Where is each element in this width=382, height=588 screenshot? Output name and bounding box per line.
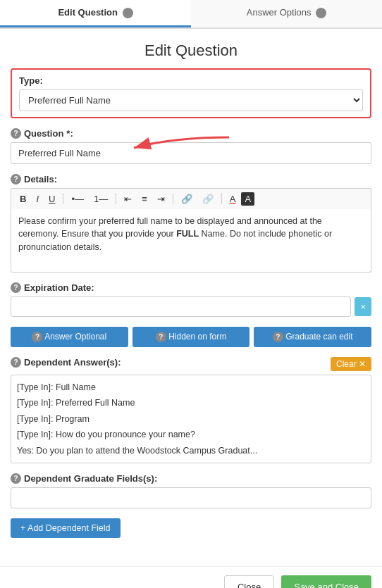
type-select[interactable]: Preferred Full Name Short Answer Long An… [19,89,363,111]
save-and-close-button[interactable]: Save and Close [281,575,371,588]
toolbar-list-bullet[interactable]: •— [67,192,88,206]
details-label: ? Details: [11,174,371,184]
tab-answer-options-label: Answer Options [247,7,312,18]
hidden-on-form-label: Hidden on form [168,332,226,342]
tab-edit-question[interactable]: Edit Question ? [0,0,191,27]
main-container: Edit Question ? Answer Options ? Edit Qu… [0,0,382,588]
hidden-on-form-button[interactable]: ? Hidden on form [133,327,250,347]
toolbar-bold[interactable]: B [16,192,30,206]
dependent-graduate-label-text: Dependent Graduate Fields(s): [24,473,157,484]
dependent-answer-item-2: [Type In]: Preferred Full Name [17,395,365,411]
dependent-answers-section: ? Dependent Answer(s): Clear ✕ [Type In]… [11,357,371,464]
details-text: Please confirm your preferred full name … [18,216,332,253]
expiration-label-text: Expiration Date: [24,282,94,293]
page-title: Edit Question [0,29,382,68]
tab-edit-question-label: Edit Question [58,7,118,18]
dependent-graduate-label: ? Dependent Graduate Fields(s): [11,473,371,484]
expiration-input-wrapper: × [11,296,371,317]
expiration-section: ? Expiration Date: × [11,282,371,317]
add-dependent-field-button[interactable]: + Add Dependent Field [11,518,121,538]
toolbar-align-right[interactable]: ⇥ [153,192,169,206]
content-area: Type: Preferred Full Name Short Answer L… [0,68,382,567]
tab-answer-options[interactable]: Answer Options ? [191,0,382,27]
graduate-can-edit-label: Graduate can edit [285,332,352,342]
dependent-answer-item-4: [Type In]: How do you pronounce your nam… [17,427,365,443]
graduate-can-edit-help-icon: ? [273,332,283,342]
close-button[interactable]: Close [224,575,274,588]
question-label-text: Question [24,128,63,139]
dependent-answers-header: ? Dependent Answer(s): Clear ✕ [11,357,371,371]
toolbar-sep-4 [221,193,222,204]
question-required-star: *: [66,128,73,139]
dependent-answers-label: ? Dependent Answer(s): [11,357,121,368]
expiration-date-input[interactable] [11,296,351,317]
toolbar-link[interactable]: 🔗 [177,192,197,206]
dependent-answer-item-1: [Type In]: Full Name [17,380,365,396]
toolbar-italic[interactable]: I [32,192,43,206]
dependent-answer-item-5: Yes: Do you plan to attend the Woodstock… [17,443,365,459]
type-label: Type: [19,75,363,86]
bottom-bar: Close Save and Close [0,566,382,588]
question-help-icon: ? [11,128,21,139]
dependent-answers-label-text: Dependent Answer(s): [24,357,121,368]
dependent-answer-item-3: [Type In]: Program [17,411,365,427]
toolbar-font-color[interactable]: A [226,192,240,206]
expiration-help-icon: ? [11,282,21,293]
dependent-answers-list: [Type In]: Full Name [Type In]: Preferre… [11,375,371,464]
clear-dependent-answers-button[interactable]: Clear ✕ [331,357,371,371]
tab-answer-options-help-icon: ? [316,8,326,18]
details-help-icon: ? [11,174,21,184]
toolbar-underline[interactable]: U [44,192,59,206]
expiration-label: ? Expiration Date: [11,282,371,293]
toolbar-sep-1 [63,193,63,204]
question-input[interactable] [11,142,371,164]
details-toolbar: B I U •— 1— ⇤ ≡ ⇥ 🔗 🔗 A A [11,188,371,209]
answer-optional-label: Answer Optional [44,332,106,342]
details-content[interactable]: Please confirm your preferred full name … [11,209,371,273]
graduate-can-edit-button[interactable]: ? Graduate can edit [254,327,371,347]
toolbar-align-left[interactable]: ⇤ [120,192,136,206]
details-section: ? Details: B I U •— 1— ⇤ ≡ ⇥ 🔗 🔗 A A [11,174,371,273]
dependent-graduate-box [11,487,371,508]
toolbar-sep-2 [116,193,116,204]
options-row: ? Answer Optional ? Hidden on form ? Gra… [11,327,371,347]
toolbar-sep-3 [173,193,173,204]
toolbar-list-number[interactable]: 1— [90,192,112,206]
type-section: Type: Preferred Full Name Short Answer L… [11,68,371,118]
question-section: ? Question *: [11,128,371,174]
dependent-graduate-section: ? Dependent Graduate Fields(s): [11,473,371,508]
hidden-on-form-help-icon: ? [156,332,166,342]
answer-optional-help-icon: ? [32,332,42,342]
question-field-label: ? Question *: [11,128,371,139]
toolbar-unlink[interactable]: 🔗 [198,192,218,206]
details-label-text: Details: [24,174,57,184]
toolbar-align-center[interactable]: ≡ [137,192,152,206]
expiration-clear-button[interactable]: × [355,297,371,316]
answer-optional-button[interactable]: ? Answer Optional [11,327,128,347]
toolbar-highlight[interactable]: A [241,192,254,206]
tab-edit-question-help-icon: ? [123,8,133,18]
dependent-graduate-help-icon: ? [11,473,21,484]
dependent-answers-help-icon: ? [11,357,21,368]
tab-bar: Edit Question ? Answer Options ? [0,0,382,29]
